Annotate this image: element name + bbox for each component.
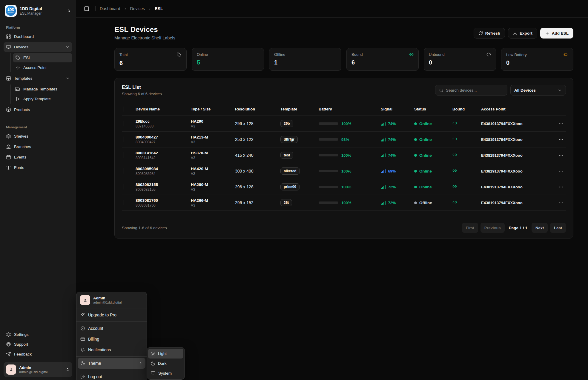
select-all-checkbox[interactable] — [124, 107, 124, 112]
menu-item-account[interactable]: Account — [78, 323, 145, 334]
breadcrumb-item-esl: ESL — [155, 6, 163, 11]
row-actions-button[interactable] — [552, 121, 566, 126]
row-actions-button[interactable] — [552, 200, 566, 205]
status-cell: Online — [414, 121, 452, 126]
battery-cell: 100% — [319, 153, 381, 158]
page-actions: Refresh Export Add ESL — [474, 28, 573, 39]
sidebar-item-access-point[interactable]: Access Point — [13, 63, 72, 72]
column-header-signal: Signal — [381, 107, 414, 111]
row-checkbox[interactable] — [124, 184, 124, 190]
column-header-template: Template — [280, 107, 319, 111]
sidebar-item-shelves[interactable]: Shelves — [4, 131, 72, 141]
battery-cell: 93% — [319, 137, 381, 142]
stat-card-offline: Offline1 — [269, 48, 341, 71]
status-cell: Online — [414, 169, 452, 173]
menu-item-theme[interactable]: Theme — [78, 358, 145, 369]
sidebar-item-esl[interactable]: ESL — [13, 53, 72, 62]
sidebar-item-devices[interactable]: Devices — [4, 42, 72, 52]
status-dot — [414, 201, 417, 204]
user-avatar — [6, 364, 16, 375]
menu-item-notifications[interactable]: Notifications — [78, 344, 145, 355]
sidebar-item-templates[interactable]: Templates — [4, 73, 72, 83]
user-menu-name: Admin — [93, 296, 143, 300]
stat-card-low-battery: Low Battery0 — [501, 48, 573, 71]
menu-item-logout[interactable]: Log out — [78, 371, 145, 380]
menu-item-upgrade[interactable]: Upgrade to Pro — [78, 310, 145, 320]
workspace-switcher[interactable]: 1DD DIGITAL 1DD Digital ESL Manager — [2, 2, 73, 19]
sidebar-item-settings[interactable]: Settings — [4, 330, 72, 339]
access-point-cell: E4381913794FXXXooo — [481, 121, 552, 126]
export-button[interactable]: Export — [508, 28, 537, 39]
signal-bars-icon — [381, 201, 386, 205]
sidebar-item-fonts[interactable]: Fonts — [4, 163, 72, 173]
column-header-status: Status — [414, 107, 452, 111]
page-content: ESL Devices Manage Electronic Shelf Labe… — [76, 18, 588, 239]
pagination-next-button[interactable]: Next — [532, 223, 548, 233]
topbar-divider — [95, 6, 96, 11]
breadcrumb-item-dashboard[interactable]: Dashboard — [100, 6, 120, 11]
breadcrumb: DashboardDevicesESL — [100, 6, 163, 11]
device-name-cell: 80030821558003082155 — [136, 182, 191, 192]
row-actions-button[interactable] — [552, 169, 566, 174]
dot-icon — [256, 53, 259, 56]
panel-left-icon — [84, 6, 89, 11]
ellipsis-icon — [558, 137, 564, 142]
resolution-cell: 300 x 400 — [235, 169, 280, 173]
app-root: 1DD DIGITAL 1DD Digital ESL Manager Plat… — [0, 0, 588, 380]
template-cell: 26t — [280, 199, 319, 206]
device-filter-select[interactable]: All Devices — [510, 85, 566, 96]
sidebar-item-events[interactable]: Events — [4, 152, 72, 162]
add-esl-button[interactable]: Add ESL — [540, 28, 573, 39]
sidebar-nav: PlatformDashboardDevicesESLAccess PointT… — [2, 19, 73, 173]
pagination-previous-button[interactable]: Previous — [480, 223, 505, 233]
row-actions-button[interactable] — [552, 153, 566, 158]
bound-cell — [452, 184, 481, 190]
pagination-last-button[interactable]: Last — [550, 223, 566, 233]
theme-option-light[interactable]: Light — [148, 349, 183, 359]
row-checkbox[interactable] — [124, 121, 124, 126]
type-size-cell: HA290V3 — [191, 119, 235, 128]
row-checkbox[interactable] — [124, 168, 124, 174]
signal-bars-icon — [381, 137, 386, 141]
theme-option-system[interactable]: System — [148, 368, 183, 378]
sidebar-toggle-button[interactable] — [82, 4, 91, 13]
bound-cell — [452, 121, 481, 127]
sidebar-item-branches[interactable]: Branches — [4, 142, 72, 152]
user-card[interactable]: Admin admin@1dd.digital — [4, 362, 72, 377]
plus-icon — [545, 31, 549, 36]
row-checkbox[interactable] — [124, 152, 124, 158]
table-row: 80040004278004000427HA213-MV3250 x 122df… — [122, 132, 566, 147]
monitor-icon — [6, 44, 11, 50]
sidebar-item-dashboard[interactable]: Dashboard — [4, 32, 72, 41]
sidebar-subgroup: Manage TemplatesApply Template — [10, 84, 72, 104]
main-area: DashboardDevicesESL ESL Devices Manage E… — [76, 0, 588, 380]
row-checkbox[interactable] — [124, 136, 124, 142]
pagination-first-button[interactable]: First — [462, 223, 478, 233]
template-cell: 29b — [280, 120, 319, 127]
table-row: 80030821558003082155HA290-MV3296 x 128pr… — [122, 179, 566, 195]
list-header: ESL List Showing 6 of 6 devices All Devi… — [122, 85, 566, 96]
nav-section: PlatformDashboardDevicesESLAccess PointT… — [4, 23, 72, 115]
user-avatar — [80, 295, 90, 305]
refresh-button[interactable]: Refresh — [474, 28, 505, 39]
template-badge: dffrfgr — [280, 136, 298, 143]
template-cell: dffrfgr — [280, 136, 319, 143]
sidebar-item-products[interactable]: Products — [4, 105, 72, 115]
search-devices-input[interactable] — [446, 88, 503, 93]
row-checkbox[interactable] — [124, 200, 124, 205]
table-footer: Showing 1-6 of 6 devices First Previous … — [122, 216, 566, 233]
pagination-page-label: Page 1 / 1 — [509, 226, 527, 230]
sidebar-item-feedback[interactable]: Feedback — [4, 349, 72, 359]
dot-icon — [334, 53, 336, 56]
row-actions-button[interactable] — [552, 137, 566, 142]
sidebar-item-support[interactable]: Support — [4, 339, 72, 349]
sidebar-item-apply-template[interactable]: Apply Template — [13, 94, 72, 104]
row-actions-button[interactable] — [552, 184, 566, 190]
theme-option-dark[interactable]: Dark — [148, 359, 183, 368]
sidebar-item-manage-templates[interactable]: Manage Templates — [13, 84, 72, 94]
breadcrumb-item-devices[interactable]: Devices — [130, 6, 145, 11]
resolution-cell: 416 x 240 — [235, 153, 280, 158]
device-name-cell: 80030859848003085984 — [136, 167, 191, 176]
template-badge: price99 — [280, 183, 300, 190]
menu-item-billing[interactable]: Billing — [78, 334, 145, 344]
